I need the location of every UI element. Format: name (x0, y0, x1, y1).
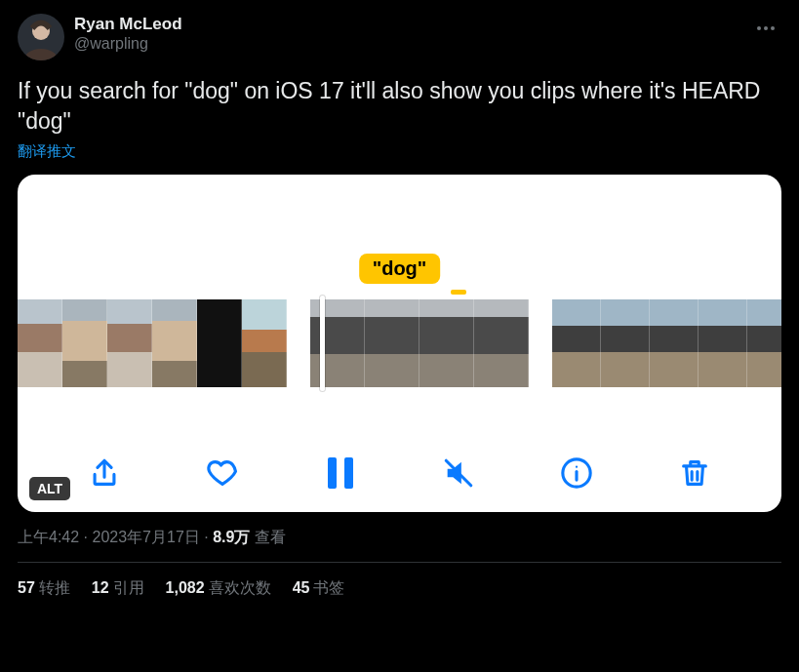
timeline-marker (451, 290, 466, 295)
more-button[interactable] (750, 14, 781, 38)
user-handle[interactable]: @warpling (74, 34, 182, 54)
video-frame (62, 299, 107, 387)
views-count: 8.9万 (213, 529, 250, 545)
likes-stat[interactable]: 1,082喜欢次数 (166, 578, 271, 599)
video-frame (152, 299, 197, 387)
display-name[interactable]: Ryan McLeod (74, 14, 182, 34)
video-frame (242, 299, 287, 387)
tweet-container: Ryan McLeod @warpling If you search for … (0, 0, 799, 599)
info-icon (560, 456, 593, 490)
svg-point-4 (771, 26, 775, 30)
media-card[interactable]: "dog" (18, 175, 781, 512)
video-frame (552, 299, 601, 387)
video-frame (18, 299, 62, 387)
avatar[interactable] (18, 14, 64, 60)
share-button[interactable] (85, 454, 124, 493)
views-label: 查看 (255, 529, 286, 545)
pause-icon (328, 457, 353, 489)
user-block: Ryan McLeod @warpling (74, 14, 182, 54)
translate-link[interactable]: 翻译推文 (18, 142, 76, 161)
clip-group-1[interactable] (18, 299, 287, 387)
playhead[interactable] (320, 296, 325, 391)
video-frame (197, 299, 242, 387)
stats-row: 57转推 12引用 1,082喜欢次数 45书签 (18, 563, 781, 599)
clip-group-2[interactable] (310, 299, 529, 387)
clip-group-3[interactable] (552, 299, 781, 387)
video-frame (699, 299, 747, 387)
mute-button[interactable] (439, 454, 478, 493)
svg-point-2 (757, 26, 761, 30)
video-frame (601, 299, 650, 387)
tweet-date[interactable]: 2023年7月17日 (92, 529, 199, 545)
info-button[interactable] (557, 454, 596, 493)
alt-badge[interactable]: ALT (29, 477, 70, 500)
media-toolbar (18, 454, 781, 493)
share-icon (88, 456, 121, 490)
delete-button[interactable] (675, 454, 714, 493)
video-frame (474, 299, 529, 387)
video-frame (650, 299, 699, 387)
quotes-stat[interactable]: 12引用 (92, 578, 144, 599)
video-frame (310, 299, 365, 387)
trash-icon (678, 456, 711, 490)
video-frame (747, 299, 781, 387)
svg-point-8 (576, 466, 578, 468)
like-button[interactable] (203, 454, 242, 493)
heart-icon (206, 456, 239, 490)
search-term-badge: "dog" (359, 254, 441, 284)
speaker-mute-icon (442, 456, 475, 490)
video-frame (365, 299, 419, 387)
pause-button[interactable] (321, 454, 360, 493)
video-timeline[interactable] (18, 299, 781, 387)
retweets-stat[interactable]: 57转推 (18, 578, 70, 599)
tweet-header: Ryan McLeod @warpling (18, 14, 781, 60)
tweet-meta: 上午4:42 · 2023年7月17日 · 8.9万 查看 (18, 528, 781, 548)
video-frame (107, 299, 152, 387)
svg-point-3 (764, 26, 768, 30)
tweet-text: If you search for "dog" on iOS 17 it'll … (18, 76, 781, 137)
tweet-time[interactable]: 上午4:42 (18, 529, 79, 545)
bookmarks-stat[interactable]: 45书签 (293, 578, 345, 599)
video-frame (419, 299, 474, 387)
